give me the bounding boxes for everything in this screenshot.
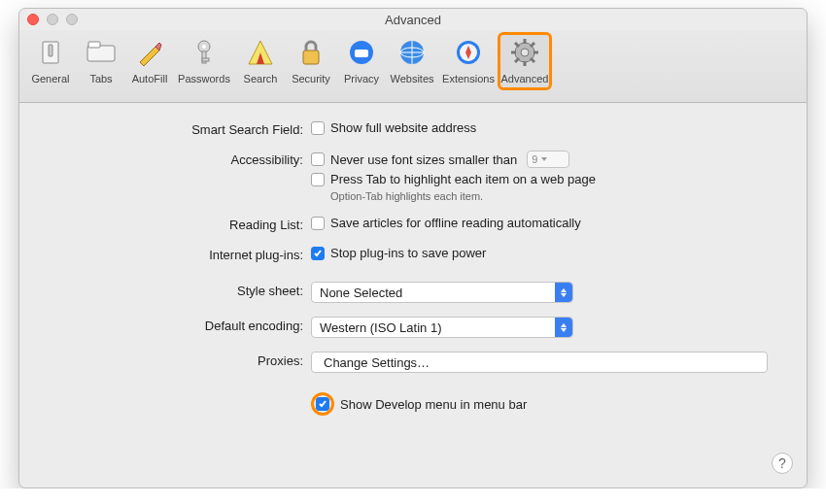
svg-line-26: [531, 43, 534, 47]
accessibility-hint: Option-Tab highlights each item.: [330, 190, 768, 202]
change-settings-label: Change Settings…: [324, 355, 430, 370]
row-proxies: Proxies: Change Settings…: [58, 352, 768, 373]
search-icon: [246, 38, 275, 67]
chk-stop-plugins[interactable]: [311, 247, 325, 260]
label-accessibility: Accessibility:: [58, 151, 311, 167]
row-reading-list: Reading List: Save articles for offline …: [58, 216, 768, 232]
tab-label: Security: [292, 73, 330, 84]
label-reading-list: Reading List:: [58, 216, 311, 232]
tab-label: Extensions: [442, 73, 495, 84]
chk-press-tab-label: Press Tab to highlight each item on a we…: [330, 172, 596, 186]
select-stepper-icon: [555, 283, 572, 302]
titlebar: Advanced: [19, 9, 807, 30]
tab-label: Advanced: [501, 73, 549, 84]
row-accessibility: Accessibility: Never use font sizes smal…: [58, 151, 768, 202]
chk-stop-plugins-label: Stop plug-ins to save power: [330, 246, 486, 260]
help-button[interactable]: ?: [772, 453, 793, 474]
globe-icon: [397, 38, 427, 67]
svg-rect-12: [355, 50, 368, 57]
row-plugins: Internet plug-ins: Stop plug-ins to save…: [58, 246, 768, 262]
chk-save-offline[interactable]: [311, 217, 325, 230]
min-font-select[interactable]: 9: [527, 151, 569, 168]
chk-save-offline-label: Save articles for offline reading automa…: [330, 216, 581, 230]
lock-icon: [296, 38, 326, 67]
tab-extensions[interactable]: Extensions: [437, 34, 499, 88]
tab-label: Websites: [390, 73, 433, 84]
row-style-sheet: Style sheet: None Selected: [58, 282, 768, 303]
tab-search[interactable]: Search: [235, 34, 286, 88]
chk-show-develop-menu[interactable]: [316, 397, 329, 411]
style-sheet-select[interactable]: None Selected: [311, 282, 573, 303]
chk-min-font[interactable]: [311, 152, 325, 166]
label-style-sheet: Style sheet:: [58, 282, 311, 298]
label-smart-search: Smart Search Field:: [58, 120, 311, 137]
help-icon: ?: [778, 455, 786, 471]
svg-line-25: [531, 58, 534, 62]
svg-line-27: [515, 58, 519, 62]
window-title: Advanced: [19, 13, 807, 27]
svg-line-24: [515, 43, 519, 47]
autofill-icon: [135, 38, 164, 67]
tab-label: Tabs: [89, 73, 112, 84]
encoding-select[interactable]: Western (ISO Latin 1): [311, 317, 573, 338]
tab-passwords[interactable]: Passwords: [173, 34, 235, 88]
tab-general[interactable]: General: [25, 34, 76, 88]
row-develop: Show Develop menu in menu bar: [58, 392, 768, 416]
prefs-body: Smart Search Field: Show full website ad…: [19, 103, 807, 435]
key-icon: [189, 38, 219, 67]
chevron-down-icon: [541, 157, 547, 161]
select-stepper-icon: [555, 318, 572, 337]
tab-label: AutoFill: [132, 73, 168, 84]
gear-icon: [510, 38, 539, 67]
tab-websites[interactable]: Websites: [387, 34, 437, 88]
chk-min-font-label: Never use font sizes smaller than: [330, 152, 517, 167]
tab-label: Passwords: [178, 73, 230, 84]
svg-point-19: [521, 49, 529, 56]
change-settings-button[interactable]: Change Settings…: [311, 352, 768, 373]
style-sheet-value: None Selected: [320, 286, 402, 300]
tab-label: General: [31, 73, 69, 84]
chk-show-full-address-label: Show full website address: [330, 120, 476, 135]
tab-privacy[interactable]: Privacy: [336, 34, 387, 88]
chk-show-develop-label: Show Develop menu in menu bar: [340, 397, 527, 412]
row-smart-search: Smart Search Field: Show full website ad…: [58, 120, 768, 137]
encoding-value: Western (ISO Latin 1): [320, 320, 441, 335]
label-proxies: Proxies:: [58, 352, 311, 368]
tab-advanced[interactable]: Advanced: [499, 34, 550, 88]
privacy-icon: [347, 38, 376, 67]
svg-rect-10: [303, 50, 319, 64]
row-encoding: Default encoding: Western (ISO Latin 1): [58, 317, 768, 338]
svg-rect-1: [49, 45, 52, 56]
prefs-toolbar: General Tabs AutoFill Passwords Search: [19, 30, 807, 103]
tab-tabs[interactable]: Tabs: [76, 34, 126, 88]
chk-show-full-address[interactable]: [311, 121, 325, 135]
min-font-value: 9: [532, 153, 537, 165]
label-plugins: Internet plug-ins:: [58, 246, 311, 262]
svg-rect-3: [88, 42, 100, 48]
tab-autofill[interactable]: AutoFill: [126, 34, 173, 88]
label-encoding: Default encoding:: [58, 317, 311, 333]
tab-label: Privacy: [344, 73, 379, 84]
highlight-ring: [311, 392, 334, 416]
chk-press-tab[interactable]: [311, 173, 325, 186]
svg-rect-7: [202, 58, 209, 61]
svg-point-5: [202, 45, 206, 49]
compass-icon: [454, 38, 483, 67]
tab-label: Search: [244, 73, 278, 84]
general-icon: [36, 38, 65, 67]
tab-security[interactable]: Security: [286, 34, 336, 88]
tabs-icon: [86, 38, 116, 67]
prefs-window: Advanced General Tabs AutoFill Password: [18, 8, 808, 488]
